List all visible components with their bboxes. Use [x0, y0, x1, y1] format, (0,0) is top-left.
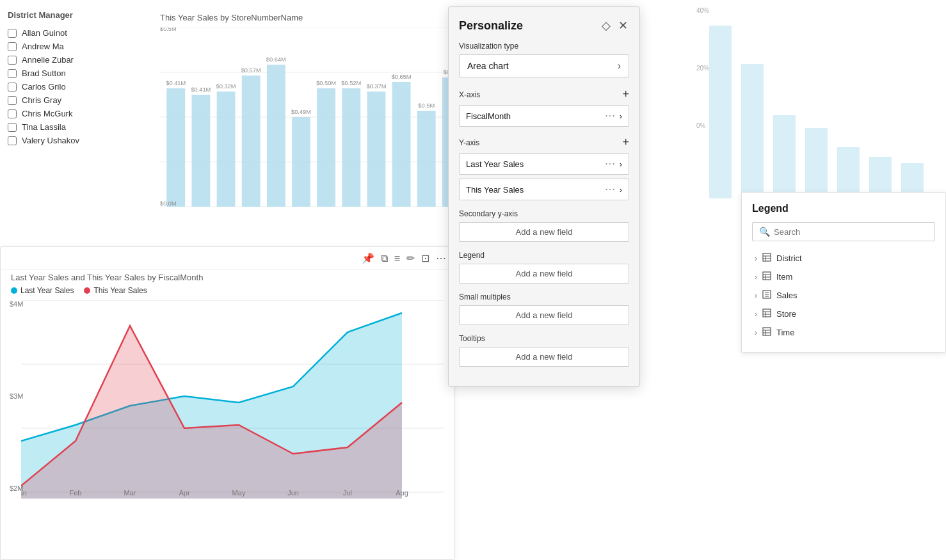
- svg-rect-46: [837, 147, 860, 198]
- tooltips-add-field-button[interactable]: Add a new field: [459, 347, 629, 367]
- legend-add-field-button[interactable]: Add a new field: [459, 264, 629, 284]
- svg-rect-15: [417, 111, 436, 207]
- legend-item-chevron: ›: [755, 310, 757, 319]
- district-checkbox[interactable]: [8, 56, 17, 65]
- y-axis-last-year-icons: ··· ›: [605, 158, 622, 170]
- area-chart-title: Last Year Sales and This Year Sales by F…: [1, 270, 454, 284]
- svg-rect-9: [267, 65, 285, 207]
- legend-item-chevron: ›: [755, 273, 757, 282]
- y-axis-add-button[interactable]: +: [622, 136, 629, 149]
- y-axis-section: Y-axis + Last Year Sales ··· › This Year…: [459, 136, 629, 200]
- district-panel-title: District Manager: [8, 10, 146, 20]
- district-checkbox[interactable]: [8, 69, 17, 78]
- y-axis-this-year-button[interactable]: This Year Sales ··· ›: [459, 179, 629, 200]
- svg-rect-11: [317, 88, 335, 207]
- svg-text:$0.5M: $0.5M: [160, 28, 177, 32]
- district-item[interactable]: Tina Lassila: [8, 120, 146, 134]
- y-axis-labels: $4M $3M $2M: [10, 300, 23, 492]
- viz-type-value: Area chart: [467, 61, 509, 71]
- district-checkbox[interactable]: [8, 83, 17, 92]
- svg-rect-6: [191, 95, 210, 207]
- district-item[interactable]: Valery Ushakov: [8, 134, 146, 147]
- x-axis-add-button[interactable]: +: [622, 88, 629, 101]
- area-chart-panel: 📌 ⧉ ≡ ✏ ⊡ ⋯ Last Year Sales and This Yea…: [0, 246, 454, 560]
- legend-label: Legend: [459, 251, 485, 260]
- edit-icon[interactable]: ✏: [406, 252, 415, 264]
- svg-rect-14: [392, 82, 411, 207]
- small-multiples-placeholder: Add a new field: [516, 310, 573, 320]
- legend-items-list: ›District›Item›Sales›Store›Time: [752, 249, 935, 342]
- secondary-y-add-field-button[interactable]: Add a new field: [459, 222, 629, 242]
- district-checkbox[interactable]: [8, 96, 17, 105]
- x-axis-field-button[interactable]: FiscalMonth ··· ›: [459, 105, 629, 127]
- svg-text:Feb: Feb: [70, 489, 82, 497]
- svg-rect-45: [805, 128, 828, 198]
- x-axis-field-icons: ··· ›: [605, 110, 622, 122]
- legend-search-box[interactable]: 🔍: [752, 222, 935, 241]
- district-checkbox[interactable]: [8, 42, 17, 51]
- legend-panel: Legend 🔍 ›District›Item›Sales›Store›Time: [741, 192, 946, 353]
- legend-label-last-year: Last Year Sales: [20, 286, 74, 295]
- tooltips-placeholder: Add a new field: [516, 352, 573, 362]
- more-icon[interactable]: ⋯: [436, 252, 446, 264]
- close-button[interactable]: ✕: [617, 17, 629, 34]
- svg-rect-42: [709, 26, 732, 198]
- district-item[interactable]: Chris Gray: [8, 93, 146, 107]
- district-item[interactable]: Carlos Grilo: [8, 80, 146, 93]
- y-axis-label: Y-axis: [459, 138, 479, 147]
- svg-rect-8: [242, 76, 261, 207]
- district-checkbox[interactable]: [8, 136, 17, 145]
- y-axis-last-year-chevron-icon: ›: [620, 159, 622, 169]
- svg-text:$0.32M: $0.32M: [216, 83, 236, 90]
- svg-text:20%: 20%: [696, 65, 709, 72]
- secondary-y-placeholder: Add a new field: [516, 227, 573, 237]
- legend-label-this-year: This Year Sales: [93, 286, 147, 295]
- pin-icon[interactable]: 📌: [362, 252, 374, 264]
- district-item[interactable]: Andrew Ma: [8, 40, 146, 53]
- legend-list-item[interactable]: ›Store: [752, 305, 935, 323]
- y-axis-this-year-chevron-icon: ›: [620, 185, 622, 195]
- y-axis-last-year-dots-icon[interactable]: ···: [605, 158, 615, 170]
- reset-button[interactable]: ◇: [600, 17, 612, 34]
- small-multiples-add-field-button[interactable]: Add a new field: [459, 305, 629, 325]
- y-label-3m: $3M: [10, 392, 23, 400]
- tooltips-label: Tooltips: [459, 334, 485, 343]
- viz-type-button[interactable]: Area chart ›: [459, 54, 629, 77]
- y-axis-last-year-button[interactable]: Last Year Sales ··· ›: [459, 153, 629, 175]
- svg-rect-65: [763, 272, 771, 280]
- filter-icon[interactable]: ≡: [394, 253, 400, 264]
- focus-icon[interactable]: ⊡: [421, 252, 429, 264]
- table-icon: [762, 327, 771, 338]
- y-axis-this-year-dots-icon[interactable]: ···: [605, 184, 615, 195]
- legend-placeholder: Add a new field: [516, 269, 573, 278]
- legend-list-item[interactable]: ›Sales: [752, 286, 935, 305]
- legend-search-input[interactable]: [774, 227, 928, 237]
- x-axis-dots-icon[interactable]: ···: [605, 110, 615, 122]
- district-manager-panel: District Manager Allan GuinotAndrew MaAn…: [0, 0, 154, 240]
- table-icon: [762, 271, 771, 282]
- legend-list-item[interactable]: ›Item: [752, 268, 935, 286]
- svg-text:Jun: Jun: [287, 489, 299, 497]
- copy-icon[interactable]: ⧉: [381, 253, 388, 264]
- district-checkbox[interactable]: [8, 29, 17, 38]
- district-checkbox[interactable]: [8, 123, 17, 132]
- area-chart-legend: Last Year Sales This Year Sales: [1, 284, 454, 300]
- district-item[interactable]: Allan Guinot: [8, 26, 146, 40]
- district-checkbox[interactable]: [8, 109, 17, 118]
- legend-item-chevron: ›: [755, 254, 757, 263]
- legend-item-label: Item: [776, 272, 792, 282]
- district-item[interactable]: Chris McGurk: [8, 107, 146, 120]
- svg-text:$0.50M: $0.50M: [316, 80, 336, 86]
- district-item-label: Allan Guinot: [22, 28, 67, 38]
- svg-rect-43: [741, 64, 764, 198]
- personalize-header: Personalize ◇ ✕: [449, 7, 639, 42]
- legend-list-item[interactable]: ›District: [752, 249, 935, 268]
- svg-text:$0.41M: $0.41M: [191, 86, 211, 93]
- district-item[interactable]: Annelie Zubar: [8, 53, 146, 67]
- legend-list-item[interactable]: ›Time: [752, 323, 935, 342]
- district-item-label: Carlos Grilo: [22, 82, 66, 92]
- svg-text:0%: 0%: [696, 122, 706, 129]
- svg-text:$0.5M: $0.5M: [418, 102, 435, 109]
- svg-text:Mar: Mar: [124, 489, 136, 497]
- district-item[interactable]: Brad Sutton: [8, 67, 146, 80]
